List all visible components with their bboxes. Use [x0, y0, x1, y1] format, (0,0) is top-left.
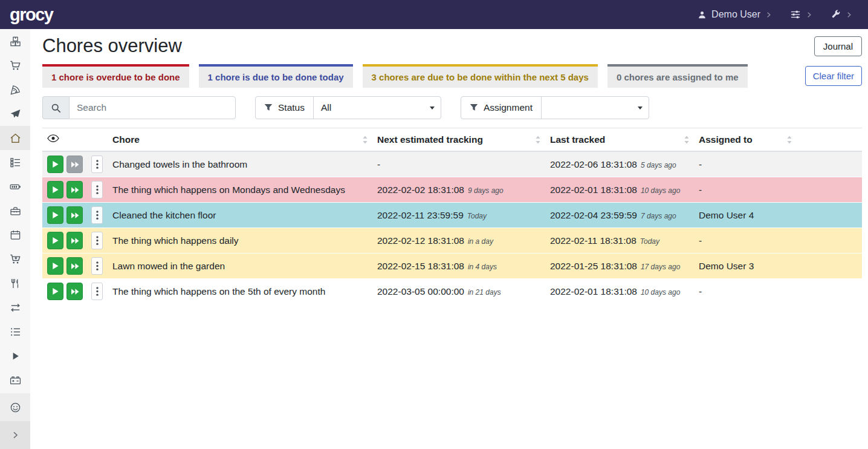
last-tracked-time: 2022-02-01 18:31:08 [550, 185, 637, 195]
column-label-assigned-to: Assigned to [699, 134, 753, 145]
battery-icon [10, 181, 21, 192]
track-execution-button[interactable] [47, 206, 63, 224]
status-card-due-today[interactable]: 1 chore is due to be done today [199, 64, 353, 88]
column-header-assigned-to[interactable]: Assigned to [694, 128, 797, 152]
row-menu-button[interactable] [91, 181, 103, 198]
sidebar-item-transfer[interactable] [0, 295, 30, 320]
sidebar-item-purchase[interactable] [0, 247, 30, 271]
actions-cell [42, 228, 108, 254]
row-menu-button[interactable] [91, 206, 103, 224]
search-input[interactable] [69, 96, 236, 119]
wrench-icon [831, 10, 841, 20]
column-header-chore[interactable]: Chore [108, 128, 372, 152]
track-execution-button[interactable] [47, 232, 63, 249]
row-menu-button[interactable] [91, 156, 103, 173]
settings-menu[interactable] [790, 9, 812, 20]
table-row: Changed towels in the bathroom - 2022-02… [42, 151, 862, 177]
status-card-assigned-to-me[interactable]: 0 chores are assigned to me [607, 64, 748, 88]
chevron-right-icon [10, 430, 20, 440]
user-menu[interactable]: Demo User [698, 9, 772, 20]
sort-icon [363, 136, 368, 143]
column-header-last-tracked[interactable]: Last tracked [545, 128, 694, 152]
track-execution-button[interactable] [47, 181, 63, 198]
track-execution-button[interactable] [47, 283, 63, 300]
next-tracking-relative: Today [467, 212, 487, 220]
status-cards-row: 1 chore is overdue to be done 1 chore is… [42, 64, 862, 88]
clear-filter-button[interactable]: Clear filter [805, 66, 862, 86]
next-tracking-time: 2022-02-15 18:31:08 [377, 261, 464, 271]
assigned-user: - [699, 185, 702, 195]
page-header: Chores overview Journal [42, 35, 862, 57]
sidebar-item-stock[interactable] [0, 29, 30, 53]
shopping-cart-icon [10, 60, 21, 71]
journal-button[interactable]: Journal [814, 36, 862, 56]
last-tracked-relative: 17 days ago [641, 263, 680, 271]
sort-icon [684, 136, 689, 143]
sidebar-item-batteries[interactable] [0, 174, 30, 198]
user-name: Demo User [711, 9, 760, 20]
row-menu-button[interactable] [91, 283, 103, 300]
track-execution-button[interactable] [47, 156, 63, 173]
filler-cell [797, 177, 862, 203]
admin-menu[interactable] [831, 10, 852, 20]
exchange-icon [10, 302, 21, 313]
filler-cell [797, 151, 862, 177]
main-content: Chores overview Journal 1 chore is overd… [30, 29, 868, 449]
status-card-due-soon[interactable]: 3 chores are due to be done within the n… [363, 64, 598, 88]
play-icon [51, 160, 59, 168]
next-tracking-relative: in 21 days [468, 288, 501, 297]
play-icon [51, 186, 59, 194]
assigned-user: - [699, 159, 702, 169]
sidebar-toggle[interactable] [0, 421, 30, 449]
chore-name: Cleaned the kitchen floor [112, 210, 216, 220]
sidebar-item-demo-smiley[interactable] [0, 393, 30, 421]
table-row: The thing which happens daily 2022-02-12… [42, 228, 862, 254]
column-visibility-header[interactable] [42, 128, 108, 152]
last-tracked-relative: 7 days ago [641, 212, 676, 220]
column-header-next-tracking[interactable]: Next estimated tracking [372, 128, 545, 152]
status-filter-label: Status [256, 97, 313, 119]
sidebar-item-chore-tracking[interactable] [0, 344, 30, 368]
status-card-overdue[interactable]: 1 chore is overdue to be done [42, 64, 189, 88]
chevron-right-icon [806, 11, 812, 18]
row-menu-button[interactable] [91, 232, 103, 249]
filler-cell [797, 279, 862, 304]
skip-execution-button[interactable] [66, 283, 83, 300]
ellipsis-vertical-icon [96, 160, 99, 169]
skip-execution-button[interactable] [66, 156, 83, 173]
status-select-value: All [321, 102, 331, 113]
smiley-icon [10, 402, 21, 413]
last-tracked-relative: 10 days ago [641, 288, 680, 297]
sidebar-item-shopping-list[interactable] [0, 53, 30, 77]
skip-execution-button[interactable] [66, 257, 83, 275]
chore-name: Changed towels in the bathroom [112, 159, 247, 169]
pizza-slice-icon [10, 84, 21, 96]
assigned-user: - [699, 235, 702, 246]
play-icon [51, 237, 59, 244]
sidebar-item-battery-tracking[interactable] [0, 368, 30, 392]
last-tracked-time: 2022-02-01 18:31:08 [550, 286, 637, 297]
sidebar-item-chores[interactable] [0, 126, 30, 150]
fast-forward-icon [71, 161, 79, 168]
sidebar-item-meal-plan[interactable] [0, 102, 30, 126]
skip-execution-button[interactable] [66, 206, 83, 224]
play-icon [51, 287, 59, 295]
sidebar-item-recipes[interactable] [0, 77, 30, 102]
row-menu-button[interactable] [91, 257, 103, 275]
assignment-select[interactable] [541, 97, 649, 119]
fast-forward-icon [71, 288, 79, 295]
skip-execution-button[interactable] [66, 232, 83, 249]
sidebar-item-equipment[interactable] [0, 198, 30, 223]
filler-cell [797, 254, 862, 279]
column-label-last-tracked: Last tracked [550, 134, 605, 145]
brand-logo[interactable]: grocy [10, 6, 53, 24]
skip-execution-button[interactable] [66, 181, 83, 198]
sidebar-item-inventory[interactable] [0, 320, 30, 344]
track-execution-button[interactable] [47, 257, 63, 275]
status-select[interactable]: All [313, 97, 441, 119]
sidebar-item-calendar[interactable] [0, 223, 30, 247]
last-tracked-time: 2022-02-06 18:31:08 [550, 159, 637, 169]
sidebar-item-tasks[interactable] [0, 150, 30, 174]
sidebar-item-consume[interactable] [0, 271, 30, 295]
chore-name: The thing which happens on the 5th of ev… [112, 286, 325, 297]
